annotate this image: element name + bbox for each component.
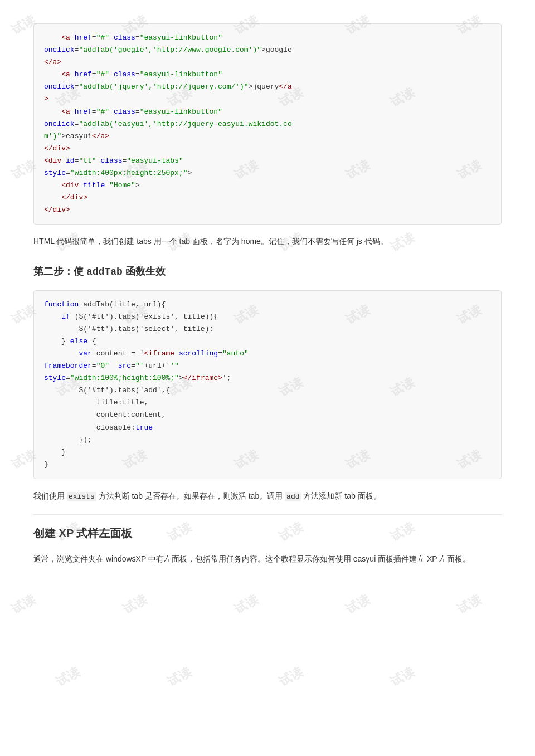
section-2-heading: 第二步：使 addTab 函数生效: [33, 265, 502, 281]
section-2-heading-text: 第二步：使 addTab 函数生效: [33, 266, 166, 277]
section-divider: [33, 514, 502, 515]
paragraph-1: HTML 代码很简单，我们创建 tabs 用一个 tab 面板，名字为 home…: [33, 235, 502, 248]
paragraph-2: 我们使用 exists 方法判断 tab 是否存在。如果存在，则激活 tab。调…: [33, 489, 502, 503]
section-3-heading: 创建 XP 式样左面板: [33, 526, 502, 544]
page-content: <a href="#" class="easyui-linkbutton" on…: [0, 0, 535, 756]
code-block-1: <a href="#" class="easyui-linkbutton" on…: [33, 23, 502, 225]
section-3-heading-text: 创建 XP 式样左面板: [33, 527, 132, 539]
paragraph-3: 通常，浏览文件夹在 windowsXP 中有左面板，包括常用任务内容。这个教程显…: [33, 552, 502, 566]
code-block-2: function addTab(title, url){ if ($('#tt'…: [33, 290, 502, 479]
